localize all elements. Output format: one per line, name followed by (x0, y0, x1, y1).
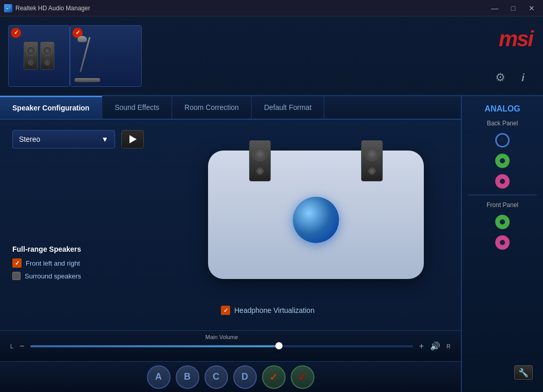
stage-listener-ball (293, 197, 339, 243)
volume-bar-area: L − Main Volume + 🔊 R (0, 330, 461, 361)
d-button[interactable]: D (233, 365, 257, 389)
volume-label: Main Volume (205, 334, 238, 340)
check1-icon: ✓ (269, 371, 278, 383)
speaker-active-badge: ✓ (11, 28, 21, 38)
stage-speaker-left-tweeter (256, 167, 264, 175)
dropdown-value: Stereo (19, 135, 40, 143)
blue-jack-inner (500, 138, 505, 143)
header: ✓ ✓ msi ⚙ (0, 16, 543, 96)
side-panel: ANALOG Back Panel Front Panel (461, 96, 543, 392)
blue-jack[interactable] (495, 133, 510, 147)
vol-right-label: R (446, 343, 451, 349)
close-button[interactable]: ✕ (525, 3, 539, 13)
dropdown-arrow-icon: ▼ (101, 135, 108, 143)
play-icon (129, 135, 137, 143)
check1-button[interactable]: ✓ (262, 365, 286, 389)
speaker-woofer-left (26, 46, 35, 55)
a-button[interactable]: A (147, 365, 171, 389)
check2-icon: ✓ (298, 371, 307, 383)
back-panel-jacks (495, 133, 510, 147)
headphone-virtualization-row: ✓ Headphone Virtualization (221, 306, 314, 315)
volume-slider-wrapper: Main Volume (30, 345, 413, 347)
pink-front-jack[interactable] (495, 235, 510, 250)
vol-plus-icon[interactable]: + (419, 342, 424, 351)
header-icons: ⚙ i (493, 70, 530, 85)
mic-device-box[interactable]: ✓ (70, 25, 142, 87)
speakers-device-box[interactable]: ✓ (8, 25, 70, 87)
speaker-stage (208, 151, 424, 279)
speaker-stage-container (208, 151, 434, 305)
green-jack[interactable] (495, 154, 510, 168)
maximize-button[interactable]: □ (506, 3, 520, 13)
fullrange-title: Full-range Speakers (12, 245, 81, 253)
settings-icon[interactable]: ⚙ (493, 70, 508, 85)
back-panel-green-jack-row (495, 154, 510, 168)
pink-jack[interactable] (495, 174, 510, 189)
main-area: Speaker Configuration Sound Effects Room… (0, 96, 543, 392)
wrench-button[interactable]: 🔧 (514, 365, 533, 380)
surround-row: Surround speakers (12, 272, 81, 280)
tab-speaker-configuration[interactable]: Speaker Configuration (0, 96, 102, 119)
mic-arm (80, 36, 90, 71)
minimize-button[interactable]: — (488, 3, 502, 13)
volume-fill (30, 345, 279, 347)
info-icon[interactable]: i (516, 70, 530, 85)
headphone-virt-checkbox[interactable]: ✓ (221, 306, 230, 315)
stage-speaker-right-woofer (365, 147, 379, 161)
title-bar-left: 🔊 Realtek HD Audio Manager (4, 4, 90, 12)
c-button[interactable]: C (204, 365, 228, 389)
tab-bar: Speaker Configuration Sound Effects Room… (0, 96, 461, 120)
app-icon: 🔊 (4, 4, 12, 12)
volume-thumb[interactable] (275, 342, 283, 349)
front-panel-label: Front Panel (486, 201, 518, 209)
back-panel-pink-jack-row (495, 174, 510, 189)
front-lr-checkbox[interactable]: ✓ (12, 258, 22, 268)
vol-minus-icon[interactable]: − (20, 342, 24, 351)
green-front-jack[interactable] (495, 215, 510, 229)
mic-stand (74, 36, 116, 82)
app-title: Realtek HD Audio Manager (15, 5, 90, 12)
panel-divider (468, 195, 537, 195)
title-controls: — □ ✕ (488, 3, 539, 13)
analog-title: ANALOG (484, 104, 520, 114)
front-lr-label: Front left and right (26, 259, 80, 267)
mic-head (78, 36, 87, 42)
stage-speaker-right[interactable] (361, 140, 383, 181)
title-bar: 🔊 Realtek HD Audio Manager — □ ✕ (0, 0, 543, 16)
content-panel: Speaker Configuration Sound Effects Room… (0, 96, 461, 392)
back-panel-label: Back Panel (487, 120, 518, 127)
volume-slider[interactable] (30, 345, 413, 347)
speaker-unit-right (40, 42, 54, 70)
tab-room-correction[interactable]: Room Correction (172, 96, 252, 119)
speaker-type-dropdown[interactable]: Stereo ▼ (12, 130, 115, 148)
speaker-woofer-right (43, 46, 52, 55)
speaker-group (24, 42, 54, 70)
bottom-buttons: A B C D ✓ ✓ (0, 361, 461, 392)
controls-row: Stereo ▼ (12, 130, 448, 148)
front-panel-green-jack-row (495, 215, 510, 229)
speaker-tweeter-left (28, 60, 33, 65)
config-content: Stereo ▼ (0, 120, 461, 330)
tab-default-format[interactable]: Default Format (252, 96, 325, 119)
stage-speaker-left[interactable] (249, 140, 271, 181)
fullrange-section: Full-range Speakers ✓ Front left and rig… (12, 245, 81, 284)
green-front-jack-inner (500, 219, 505, 225)
speaker-tweeter-right (45, 60, 50, 65)
app-container: ✓ ✓ msi ⚙ (0, 16, 543, 392)
vol-speaker-icon[interactable]: 🔊 (430, 341, 440, 351)
mic-base (74, 78, 100, 82)
pink-front-jack-inner (500, 240, 505, 245)
msi-logo: msi (499, 27, 533, 51)
front-panel-pink-jack-row (495, 235, 510, 250)
b-button[interactable]: B (176, 365, 199, 389)
front-lr-row: ✓ Front left and right (12, 258, 81, 268)
pink-jack-inner (500, 179, 505, 184)
headphone-virt-label: Headphone Virtualization (234, 306, 314, 314)
tab-sound-effects[interactable]: Sound Effects (102, 96, 172, 119)
surround-checkbox[interactable] (12, 272, 21, 280)
vol-left-label: L (10, 343, 13, 349)
stage-speaker-left-woofer (253, 147, 267, 161)
green-jack-inner (500, 158, 505, 163)
play-test-button[interactable] (121, 130, 144, 148)
check2-button[interactable]: ✓ (291, 365, 314, 389)
